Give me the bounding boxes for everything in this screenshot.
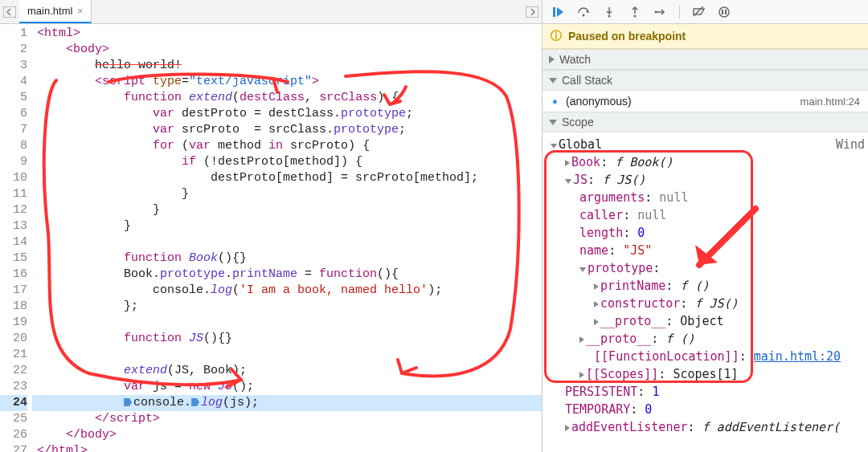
scope-key: __proto__ xyxy=(600,314,665,328)
line-number[interactable]: 21 xyxy=(0,347,27,363)
code-line[interactable] xyxy=(32,315,542,331)
scope-val: f addEventListener( xyxy=(702,420,841,434)
svg-point-6 xyxy=(655,10,657,13)
step-into-button[interactable] xyxy=(602,5,616,19)
callstack-section-header[interactable]: Call Stack xyxy=(542,70,868,91)
line-number[interactable]: 24 xyxy=(0,395,27,411)
code-line[interactable]: <script type="text/javascript"> xyxy=(32,74,542,90)
chevron-down-icon xyxy=(549,120,557,125)
scope-key: Book xyxy=(571,155,600,169)
toolbar-separator xyxy=(679,5,680,19)
chevron-down-icon[interactable] xyxy=(579,267,586,272)
scope-section-header[interactable]: Scope xyxy=(542,112,868,132)
line-number[interactable]: 27 xyxy=(0,443,27,452)
code-line[interactable] xyxy=(32,234,542,250)
dock-icon[interactable] xyxy=(522,6,542,18)
tab-filename: main.html xyxy=(27,5,72,17)
scope-key: addEventListener xyxy=(571,420,688,434)
info-icon: ⓘ xyxy=(551,29,562,43)
line-number[interactable]: 20 xyxy=(0,331,27,347)
line-number[interactable]: 7 xyxy=(0,122,27,138)
scope-val-link[interactable]: main.html:20 xyxy=(754,349,841,364)
line-number[interactable]: 13 xyxy=(0,218,27,234)
svg-rect-1 xyxy=(526,6,538,18)
code-editor[interactable]: 1234567891011121314151617181920212223242… xyxy=(0,24,542,452)
pause-on-exceptions-button[interactable] xyxy=(717,5,731,19)
code-line[interactable]: </html> xyxy=(32,443,542,452)
code-line[interactable]: var destProto = destClass.prototype; xyxy=(32,106,542,122)
step-out-button[interactable] xyxy=(628,5,642,19)
code-line[interactable]: Book.prototype.printName = function(){ xyxy=(32,267,542,283)
line-number[interactable]: 26 xyxy=(0,427,27,443)
scope-val: f JS() xyxy=(602,173,645,187)
file-tab[interactable]: main.html × xyxy=(19,0,92,23)
chevron-right-icon[interactable] xyxy=(565,160,570,166)
code-line[interactable]: } xyxy=(32,202,542,218)
line-number[interactable]: 2 xyxy=(0,42,27,58)
chevron-right-icon[interactable] xyxy=(565,425,570,431)
line-number[interactable]: 18 xyxy=(0,299,27,315)
chevron-right-icon[interactable] xyxy=(594,283,599,290)
close-icon[interactable]: × xyxy=(77,6,83,17)
line-number[interactable]: 6 xyxy=(0,106,27,122)
line-number[interactable]: 19 xyxy=(0,315,27,331)
line-number[interactable]: 16 xyxy=(0,267,27,283)
line-number[interactable]: 12 xyxy=(0,202,27,218)
code-line[interactable] xyxy=(32,347,542,363)
code-line[interactable]: </script> xyxy=(32,411,542,427)
watch-section-header[interactable]: Watch xyxy=(542,49,868,70)
scope-tree[interactable]: GlobalWind Book: f Book() JS: f JS() arg… xyxy=(542,132,868,439)
chevron-down-icon[interactable] xyxy=(565,179,571,184)
code-line[interactable]: }; xyxy=(32,299,542,315)
code-lines[interactable]: <html> <body> hello world! <script type=… xyxy=(32,24,542,452)
code-line[interactable]: if (!destProto[method]) { xyxy=(32,154,542,170)
chevron-right-icon[interactable] xyxy=(579,372,584,378)
scope-key: PERSISTENT xyxy=(565,385,637,399)
line-number[interactable]: 23 xyxy=(0,379,27,395)
code-line[interactable]: } xyxy=(32,218,542,234)
code-line[interactable]: hello world! xyxy=(32,58,542,74)
code-line[interactable]: function Book(){} xyxy=(32,250,542,267)
code-line[interactable]: for (var method in srcProto) { xyxy=(32,138,542,154)
line-number[interactable]: 22 xyxy=(0,363,27,379)
line-number[interactable]: 5 xyxy=(0,90,27,106)
code-line[interactable]: var js = new JS(); xyxy=(32,379,542,395)
code-line[interactable]: var srcProto = srcClass.prototype; xyxy=(32,122,542,138)
deactivate-breakpoints-button[interactable] xyxy=(691,5,706,19)
resume-button[interactable] xyxy=(551,5,565,19)
stack-frame[interactable]: ➧ (anonymous) main.html:24 xyxy=(542,91,868,112)
code-line[interactable]: function JS(){} xyxy=(32,331,542,347)
line-number[interactable]: 1 xyxy=(0,26,27,42)
scope-label: Scope xyxy=(562,116,594,128)
line-number[interactable]: 15 xyxy=(0,250,27,267)
line-number[interactable]: 14 xyxy=(0,234,27,250)
scope-val: 1 xyxy=(652,385,659,399)
line-gutter[interactable]: 1234567891011121314151617181920212223242… xyxy=(0,24,32,452)
line-number[interactable]: 8 xyxy=(0,138,27,154)
step-over-button[interactable] xyxy=(576,5,591,19)
code-line[interactable]: extend(JS, Book); xyxy=(32,363,542,379)
code-line[interactable]: console.log('I am a book, named hello'); xyxy=(32,283,542,299)
chevron-right-icon[interactable] xyxy=(594,301,599,307)
code-line[interactable]: <html> xyxy=(32,26,542,42)
scope-val: f Book() xyxy=(615,155,673,169)
code-line[interactable]: function extend(destClass, srcClass) { xyxy=(32,90,542,106)
line-number[interactable]: 4 xyxy=(0,74,27,90)
line-number[interactable]: 25 xyxy=(0,411,27,427)
line-number[interactable]: 9 xyxy=(0,154,27,170)
line-number[interactable]: 10 xyxy=(0,170,27,186)
line-number[interactable]: 11 xyxy=(0,186,27,202)
step-button[interactable] xyxy=(653,5,668,19)
line-number[interactable]: 17 xyxy=(0,283,27,299)
chevron-right-icon[interactable] xyxy=(594,319,599,325)
code-line[interactable]: </body> xyxy=(32,427,542,443)
line-number[interactable]: 3 xyxy=(0,58,27,74)
code-line[interactable]: } xyxy=(32,186,542,202)
chevron-down-icon[interactable] xyxy=(551,144,557,149)
scope-key: printName xyxy=(600,279,665,293)
code-line[interactable]: <body> xyxy=(32,42,542,58)
code-line[interactable]: destProto[method] = srcProto[method]; xyxy=(32,170,542,186)
nav-back-icon[interactable] xyxy=(0,2,19,22)
code-line[interactable]: console.log(js); xyxy=(32,395,542,411)
chevron-right-icon[interactable] xyxy=(579,336,584,343)
